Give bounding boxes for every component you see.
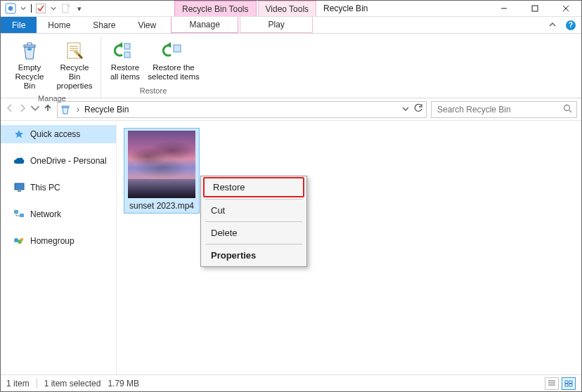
view-details-button[interactable] <box>545 377 559 390</box>
explorer-window: | ▾ Recycle Bin Tools Video Tools Recycl… <box>0 0 582 392</box>
quick-access-toolbar: | ▾ <box>1 1 87 16</box>
nav-back-button[interactable] <box>5 103 15 115</box>
tab-home[interactable]: Home <box>37 17 82 33</box>
ribbon-group-restore-label: Restore <box>140 85 167 96</box>
svg-rect-5 <box>24 45 35 47</box>
tab-share[interactable]: Share <box>82 17 127 33</box>
address-bar[interactable]: › Recycle Bin <box>57 101 427 118</box>
svg-rect-24 <box>565 384 568 386</box>
properties-icon[interactable] <box>35 3 46 14</box>
window-controls <box>489 1 581 16</box>
empty-recycle-bin-label: Empty Recycle Bin <box>9 63 50 91</box>
svg-rect-10 <box>124 44 130 49</box>
sidebar-item-quick-access[interactable]: Quick access <box>1 125 116 143</box>
restore-all-label: Restore all items <box>110 63 140 81</box>
search-box[interactable] <box>431 101 577 118</box>
qat-dropdown2-icon[interactable] <box>51 6 56 11</box>
tab-view[interactable]: View <box>127 17 167 33</box>
context-menu-properties[interactable]: Properties <box>202 246 305 265</box>
ribbon-collapse-icon[interactable] <box>549 20 556 30</box>
file-list-pane[interactable]: sunset 2023.mp4 <box>117 121 581 374</box>
view-thumbnails-button[interactable] <box>562 377 576 390</box>
search-icon[interactable] <box>563 104 572 115</box>
recycle-bin-small-icon <box>59 103 72 116</box>
context-menu-separator <box>205 244 302 244</box>
monitor-icon <box>13 182 25 193</box>
svg-rect-11 <box>124 52 130 58</box>
sidebar-item-this-pc[interactable]: This PC <box>1 178 116 197</box>
context-menu: Restore Cut Delete Properties <box>200 176 307 267</box>
recycle-bin-icon <box>5 3 16 14</box>
tab-file[interactable]: File <box>1 17 37 33</box>
svg-rect-16 <box>18 190 21 192</box>
properties-large-icon <box>63 39 86 62</box>
address-dropdown-icon[interactable] <box>402 105 409 115</box>
context-menu-restore[interactable]: Restore <box>203 177 304 197</box>
qat-overflow[interactable]: ▾ <box>76 4 83 13</box>
ribbon: Empty Recycle Bin Recycle Bin properties… <box>1 34 581 98</box>
sidebar-item-homegroup[interactable]: Homegroup <box>1 232 116 250</box>
svg-rect-12 <box>174 45 181 52</box>
minimize-button[interactable] <box>489 1 519 16</box>
title-bar: | ▾ Recycle Bin Tools Video Tools Recycl… <box>1 1 581 17</box>
homegroup-icon <box>13 235 25 247</box>
status-selected-count: 1 item selected <box>44 379 101 388</box>
svg-rect-15 <box>15 183 24 190</box>
file-thumbnail <box>128 131 195 198</box>
nav-recent-dropdown[interactable] <box>30 103 40 115</box>
new-doc-icon[interactable] <box>60 3 72 14</box>
file-name-label: sunset 2023.mp4 <box>129 201 194 211</box>
svg-rect-22 <box>565 381 568 384</box>
star-icon <box>13 129 25 140</box>
sidebar-item-label: This PC <box>30 183 60 192</box>
svg-rect-4 <box>532 6 538 11</box>
recycle-bin-large-icon <box>18 39 41 62</box>
context-menu-delete[interactable]: Delete <box>202 223 305 242</box>
restore-selected-button[interactable]: Restore the selected items <box>146 38 201 83</box>
network-icon <box>13 209 25 220</box>
qat-dropdown-icon[interactable] <box>20 6 26 11</box>
context-menu-cut[interactable]: Cut <box>202 201 305 220</box>
svg-rect-13 <box>62 106 69 107</box>
tab-manage[interactable]: Manage <box>171 17 238 33</box>
contextual-tab-labels: Recycle Bin Tools Video Tools <box>174 1 316 16</box>
help-icon[interactable]: ? <box>566 20 576 30</box>
breadcrumb-location[interactable]: Recycle Bin <box>84 105 129 115</box>
navigation-bar: › Recycle Bin <box>1 98 581 121</box>
sidebar-item-label: OneDrive - Personal <box>30 156 107 166</box>
svg-point-14 <box>564 105 570 110</box>
sidebar-item-onedrive[interactable]: OneDrive - Personal <box>1 152 116 170</box>
recycle-bin-properties-label: Recycle Bin properties <box>54 63 95 91</box>
recycle-bin-properties-button[interactable]: Recycle Bin properties <box>53 38 96 93</box>
nav-forward-button[interactable] <box>18 103 27 115</box>
search-input[interactable] <box>436 104 559 115</box>
maximize-button[interactable] <box>519 1 550 16</box>
context-tab-recycle[interactable]: Recycle Bin Tools <box>174 1 257 16</box>
navigation-pane: Quick access OneDrive - Personal This PC… <box>1 121 117 374</box>
refresh-icon[interactable] <box>413 103 423 115</box>
sidebar-item-label: Quick access <box>30 129 80 139</box>
restore-all-button[interactable]: Restore all items <box>105 38 145 83</box>
sidebar-item-label: Network <box>30 209 61 219</box>
cloud-icon <box>13 155 25 166</box>
nav-up-button[interactable] <box>43 103 53 115</box>
empty-recycle-bin-button[interactable]: Empty Recycle Bin <box>8 38 51 93</box>
ribbon-tab-strip: File Home Share View Manage Play ? <box>1 17 581 34</box>
svg-point-21 <box>20 238 23 241</box>
close-button[interactable] <box>550 1 581 16</box>
status-bar: 1 item 1 item selected 1.79 MB <box>1 374 581 391</box>
svg-rect-18 <box>20 214 24 217</box>
context-menu-separator <box>205 199 302 200</box>
file-item[interactable]: sunset 2023.mp4 <box>124 128 200 214</box>
sidebar-item-network[interactable]: Network <box>1 205 116 223</box>
svg-rect-23 <box>569 381 572 384</box>
context-tab-video[interactable]: Video Tools <box>258 1 317 16</box>
ribbon-group-restore: Restore all items Restore the selected i… <box>101 37 205 98</box>
status-selected-size: 1.79 MB <box>108 379 139 388</box>
ribbon-group-manage: Empty Recycle Bin Recycle Bin properties… <box>4 37 101 98</box>
restore-all-icon <box>114 39 136 62</box>
breadcrumb-sep-icon[interactable]: › <box>75 105 82 115</box>
tab-play[interactable]: Play <box>240 17 313 33</box>
window-title: Recycle Bin <box>316 1 489 16</box>
svg-point-1 <box>8 6 13 11</box>
